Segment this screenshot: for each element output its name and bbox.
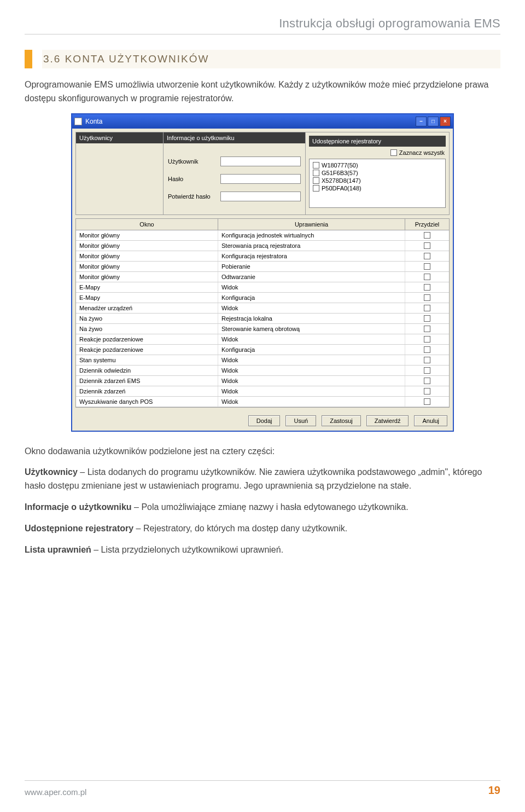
permission-checkbox[interactable] (424, 357, 430, 363)
grid-row: Na żywoRejestracja lokalna (76, 314, 449, 324)
grid-row: Reakcje pozdarzenioweKonfiguracja (76, 345, 449, 355)
regs-list: W180777(50) G51F6B3(57) X5278D8(147) P50… (309, 159, 446, 208)
grid-row: Monitor głównyKonfiguracja rejestratora (76, 251, 449, 262)
permission-checkbox[interactable] (424, 326, 430, 332)
grid-cell-okno: Dziennik zdarzeń EMS (76, 376, 218, 386)
grid-cell-prz (405, 345, 449, 355)
grid-cell-okno: Na żywo (76, 324, 218, 334)
permission-checkbox[interactable] (424, 242, 430, 249)
select-all-checkbox[interactable] (390, 149, 397, 156)
permission-checkbox[interactable] (424, 336, 430, 343)
permission-checkbox[interactable] (424, 378, 430, 384)
grid-cell-okno: E-Mapy (76, 293, 218, 303)
permission-checkbox[interactable] (424, 346, 430, 353)
grid-cell-upr: Sterowania pracą rejestratora (218, 241, 405, 251)
grid-cell-okno: Monitor główny (76, 230, 218, 240)
section-title: 3.6 KONTA UŻYTKOWNIKÓW (42, 50, 500, 68)
apply-button[interactable]: Zastosuj (322, 415, 361, 426)
window-title: Konta (85, 118, 102, 125)
confirm-input[interactable] (220, 192, 301, 201)
permission-checkbox[interactable] (424, 294, 430, 301)
minimize-button[interactable]: – (416, 117, 427, 126)
konta-window: Konta – □ × Użytkownicy Informacje o uży… (71, 113, 454, 432)
cancel-button[interactable]: Anuluj (414, 415, 447, 426)
grid-cell-prz (405, 355, 449, 365)
regs-column-header: Udostępnione rejestratory (309, 136, 446, 147)
grid-cell-upr: Widok (218, 282, 405, 292)
grid-row: Stan systemuWidok (76, 355, 449, 366)
grid-cell-prz (405, 262, 449, 271)
grid-row: Monitor głównySterowania pracą rejestrat… (76, 241, 449, 251)
grid-cell-upr: Konfiguracja (218, 293, 405, 303)
reg-checkbox[interactable] (313, 170, 319, 176)
grid-cell-upr: Widok (218, 397, 405, 407)
delete-button[interactable]: Usuń (285, 415, 316, 426)
permission-checkbox[interactable] (424, 398, 430, 405)
permission-checkbox[interactable] (424, 232, 430, 239)
grid-cell-okno: Monitor główny (76, 262, 218, 271)
permission-checkbox[interactable] (424, 388, 430, 395)
header-rule (25, 34, 500, 34)
grid-cell-prz (405, 251, 449, 261)
intro-paragraph: Oprogramowanie EMS umożliwia utworzenie … (25, 78, 500, 106)
maximize-button[interactable]: □ (428, 117, 439, 126)
reg-item: P50DFA0(148) (322, 185, 361, 192)
password-label: Hasło (168, 176, 217, 182)
grid-cell-prz (405, 230, 449, 240)
grid-cell-okno: Na żywo (76, 314, 218, 323)
user-input[interactable] (220, 156, 301, 166)
grid-row: Monitor głównyKonfiguracja jednostek wir… (76, 230, 449, 241)
password-input[interactable] (220, 174, 301, 184)
confirm-button[interactable]: Zatwierdź (366, 415, 409, 426)
grid-row: Reakcje pozdarzenioweWidok (76, 334, 449, 345)
reg-checkbox[interactable] (313, 162, 319, 169)
user-label: Użytkownik (168, 158, 217, 165)
add-button[interactable]: Dodaj (248, 415, 281, 426)
grid-cell-prz (405, 334, 449, 344)
grid-header-okno: Okno (76, 219, 218, 230)
grid-cell-okno: Dziennik zdarzeń (76, 386, 218, 396)
section-accent (25, 50, 32, 68)
permission-checkbox[interactable] (424, 305, 430, 311)
grid-cell-prz (405, 324, 449, 334)
grid-cell-upr: Widok (218, 386, 405, 396)
permission-checkbox[interactable] (424, 284, 430, 291)
grid-cell-prz (405, 272, 449, 282)
grid-cell-prz (405, 397, 449, 407)
reg-checkbox[interactable] (313, 177, 319, 184)
permission-checkbox[interactable] (424, 367, 430, 374)
below-p4-bold: Udostępnione rejestratory (25, 524, 133, 533)
grid-cell-upr: Pobieranie (218, 262, 405, 271)
below-p3: Informacje o użytkowniku – Pola umożliwi… (25, 501, 500, 514)
grid-cell-upr: Widok (218, 303, 405, 313)
permission-checkbox[interactable] (424, 274, 430, 280)
below-p2-bold: Użytkownicy (25, 467, 78, 477)
grid-row: Wyszukiwanie danych POSWidok (76, 397, 449, 407)
grid-cell-okno: E-Mapy (76, 282, 218, 292)
permission-checkbox[interactable] (424, 253, 430, 259)
grid-cell-prz (405, 366, 449, 375)
grid-row: Monitor głównyPobieranie (76, 262, 449, 272)
grid-row: Menadżer urządzeńWidok (76, 303, 449, 314)
grid-cell-upr: Odtwarzanie (218, 272, 405, 282)
grid-cell-okno: Reakcje pozdarzeniowe (76, 334, 218, 344)
grid-cell-prz (405, 314, 449, 323)
reg-checkbox[interactable] (313, 185, 319, 192)
permission-checkbox[interactable] (424, 315, 430, 322)
permissions-grid: Okno Uprawnienia Przydziel Monitor główn… (75, 218, 450, 408)
grid-row: Dziennik zdarzeń EMSWidok (76, 376, 449, 386)
below-p2: Użytkownicy – Lista dodanych do programu… (25, 466, 500, 493)
grid-cell-prz (405, 282, 449, 292)
grid-header-upr: Uprawnienia (218, 219, 405, 230)
grid-cell-upr: Widok (218, 376, 405, 386)
below-p3-text: – Pola umożliwiające zmianę nazwy i hasł… (132, 502, 409, 512)
below-p5-text: – Lista przydzielonych użytkownikowi upr… (91, 545, 283, 554)
permission-checkbox[interactable] (424, 263, 430, 270)
grid-cell-upr: Konfiguracja (218, 345, 405, 355)
close-button[interactable]: × (440, 117, 451, 126)
grid-cell-upr: Widok (218, 355, 405, 365)
below-p5: Lista uprawnień – Lista przydzielonych u… (25, 543, 500, 557)
grid-row: E-MapyWidok (76, 282, 449, 293)
grid-cell-okno: Monitor główny (76, 272, 218, 282)
grid-cell-okno: Stan systemu (76, 355, 218, 365)
